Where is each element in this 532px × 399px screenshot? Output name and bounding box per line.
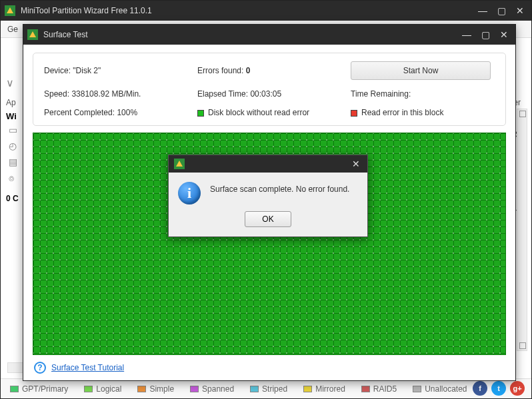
vertical-scrollbar[interactable] — [517, 109, 527, 351]
twitter-icon[interactable]: t — [491, 381, 506, 396]
ok-button[interactable]: OK — [245, 211, 291, 227]
surface-title: Surface Test — [43, 30, 459, 39]
legend-swatch-spanned — [190, 386, 199, 392]
device-label: Device: "Disk 2" — [44, 66, 197, 75]
wizard-icon-4[interactable]: ⌾ — [9, 173, 21, 182]
elapsed-label: Elapsed Time: 00:03:05 — [197, 89, 351, 99]
menu-item[interactable]: Ge — [7, 25, 18, 34]
legend-swatch-striped — [250, 386, 259, 392]
close-icon[interactable]: ✕ — [349, 158, 363, 170]
legend-err: Read error in this block — [351, 108, 495, 117]
help-icon[interactable]: ? — [34, 362, 46, 374]
percent-label: Percent Completed: 100% — [44, 108, 197, 117]
legend-label: RAID5 — [373, 384, 397, 394]
legend-label: Logical — [96, 384, 121, 394]
legend-swatch-unalloc — [413, 386, 421, 392]
tutorial-link[interactable]: Surface Test Tutorial — [51, 363, 124, 372]
legend-label: GPT/Primary — [22, 384, 68, 394]
red-block-icon — [351, 110, 357, 117]
alert-message: Surface scan complete. No error found. — [210, 182, 349, 194]
legend-swatch-gpt — [10, 386, 19, 392]
alert-dialog: ✕ i Surface scan complete. No error foun… — [168, 155, 368, 237]
maximize-icon[interactable]: ▢ — [478, 29, 493, 41]
info-icon: i — [178, 182, 201, 204]
legend-swatch-logical — [84, 386, 93, 392]
minimize-icon[interactable]: — — [459, 29, 474, 41]
start-now-button[interactable]: Start Now — [351, 61, 491, 80]
chevron-down-icon[interactable]: ∨ — [6, 77, 14, 89]
legend-label: Simple — [149, 384, 174, 394]
legend-bar: GPT/Primary Logical Simple Spanned Strip… — [1, 378, 531, 398]
surface-titlebar[interactable]: Surface Test — ▢ ✕ — [23, 25, 515, 45]
close-icon[interactable]: ✕ — [497, 29, 511, 41]
maximize-icon[interactable]: ▢ — [494, 5, 509, 17]
green-block-icon — [197, 110, 204, 117]
app-icon — [5, 5, 15, 16]
legend-label: Spanned — [202, 384, 234, 394]
alert-titlebar[interactable]: ✕ — [169, 155, 367, 173]
bg-text-ap: Ap — [6, 98, 16, 107]
wizard-icon-1[interactable]: ▭ — [9, 125, 21, 134]
legend-label: Mirrored — [315, 384, 345, 394]
legend-swatch-mirrored — [303, 386, 312, 392]
errors-label: Errors found: 0 — [197, 66, 351, 75]
app-icon — [27, 29, 38, 40]
speed-label: Speed: 338108.92 MB/Min. — [44, 89, 197, 99]
main-titlebar[interactable]: MiniTool Partition Wizard Free 11.0.1 — … — [1, 1, 531, 21]
info-panel: Device: "Disk 2" Errors found: 0 Start N… — [33, 53, 506, 126]
wizard-icon-3[interactable]: ▤ — [9, 157, 21, 166]
legend-label: Unallocated — [425, 384, 467, 394]
legend-label: Striped — [262, 384, 287, 394]
facebook-icon[interactable]: f — [473, 381, 487, 396]
legend-swatch-raid5 — [361, 386, 370, 392]
wizard-icon-2[interactable]: ◴ — [9, 141, 21, 150]
legend-swatch-simple — [137, 386, 146, 392]
gplus-icon[interactable]: g+ — [510, 381, 525, 396]
remaining-label: Time Remaining: — [351, 89, 495, 99]
operations-count: 0 C — [6, 194, 19, 203]
legend-ok: Disk block without read error — [197, 108, 351, 117]
main-title: MiniTool Partition Wizard Free 11.0.1 — [21, 6, 475, 15]
wizards-heading: Wi — [6, 111, 17, 121]
close-icon[interactable]: ✕ — [513, 5, 527, 17]
app-icon — [174, 159, 185, 169]
minimize-icon[interactable]: — — [475, 5, 490, 17]
wizard-icons: ▭ ◴ ▤ ⌾ — [9, 125, 21, 182]
